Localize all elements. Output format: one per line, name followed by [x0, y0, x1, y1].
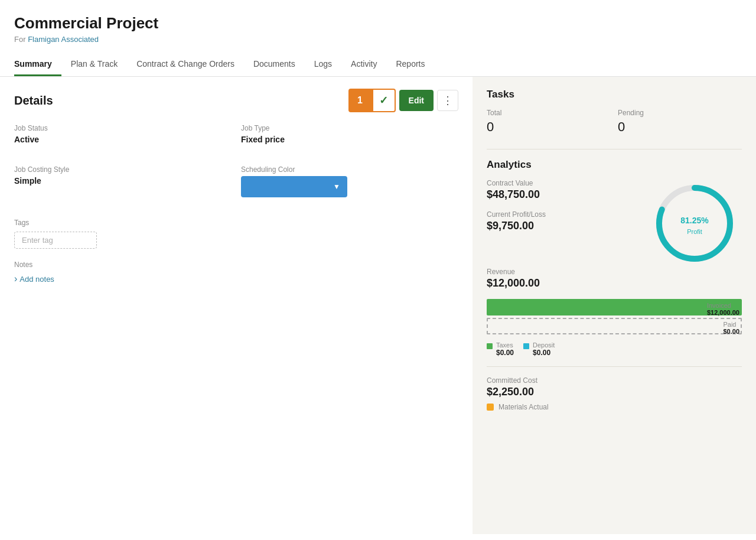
tasks-title: Tasks	[487, 89, 742, 100]
contract-value-label: Contract Value	[487, 179, 638, 187]
tab-activity[interactable]: Activity	[341, 53, 386, 76]
job-type-label: Job Type	[241, 124, 458, 132]
job-status-value: Active	[14, 135, 232, 144]
profit-loss-metric: Current Profit/Loss $9,750.00	[487, 210, 638, 232]
costing-fields-group: Job Costing Style Simple Scheduling Colo…	[14, 165, 458, 207]
revenue-bar-container: Invoiced $12,000.00 Paid $0.00	[487, 299, 742, 334]
tasks-pending-label: Pending	[618, 109, 742, 117]
donut-percent: 81.25%	[680, 212, 709, 227]
invoiced-value: $12,000.00	[707, 309, 739, 316]
add-notes-link[interactable]: Add notes	[14, 274, 458, 284]
details-title: Details	[14, 94, 53, 108]
details-header: Details 1 ✓ Edit ⋮	[14, 89, 458, 112]
profit-loss-label: Current Profit/Loss	[487, 210, 638, 219]
analytics-left: Contract Value $48,750.00 Current Profit…	[487, 179, 638, 242]
tasks-section: Tasks Total 0 Pending 0	[487, 89, 742, 135]
tab-logs[interactable]: Logs	[305, 53, 341, 76]
analytics-right: 81.25% Profit	[647, 179, 742, 268]
badge-number: 1	[348, 89, 372, 112]
deposit-value: $0.00	[533, 349, 555, 357]
job-status-field: Job Status Active	[14, 124, 232, 144]
tasks-grid: Total 0 Pending 0	[487, 109, 742, 135]
page-header: Commercial Project For Flamigan Associat…	[0, 0, 756, 77]
deposit-item: Deposit $0.00	[523, 341, 555, 357]
revenue-value: $12,000.00	[487, 277, 742, 289]
job-type-field: Job Type Fixed price	[241, 124, 458, 144]
revenue-label: Revenue	[487, 268, 742, 276]
invoiced-bar	[487, 299, 742, 315]
deposit-label: Deposit	[533, 341, 555, 349]
tab-plan-track[interactable]: Plan & Track	[61, 53, 127, 76]
materials-bar: Materials Actual	[487, 403, 742, 411]
deposit-info: Deposit $0.00	[533, 341, 555, 357]
tab-summary[interactable]: Summary	[14, 53, 61, 76]
left-panel: Details 1 ✓ Edit ⋮ Job Status Active Job…	[0, 77, 472, 534]
color-swatch	[248, 181, 319, 193]
deposit-dot	[523, 343, 529, 349]
tab-reports[interactable]: Reports	[386, 53, 434, 76]
tags-label: Tags	[14, 219, 458, 227]
main-content: Details 1 ✓ Edit ⋮ Job Status Active Job…	[0, 77, 756, 534]
divider-1	[487, 149, 742, 149]
scheduling-color-select[interactable]: ▼	[241, 176, 347, 197]
job-type-value: Fixed price	[241, 135, 458, 144]
job-status-label: Job Status	[14, 124, 232, 132]
project-subtitle: For Flamigan Associated	[14, 35, 742, 44]
edit-button[interactable]: Edit	[399, 90, 434, 111]
tasks-total-label: Total	[487, 109, 611, 117]
invoiced-text: Invoiced	[707, 302, 731, 309]
contract-value: $48,750.00	[487, 188, 638, 201]
scheduling-color-label: Scheduling Color	[241, 165, 458, 174]
company-link[interactable]: Flamigan Associated	[28, 35, 99, 44]
tab-nav: Summary Plan & Track Contract & Change O…	[14, 53, 742, 76]
paid-text: Paid	[723, 321, 736, 328]
tags-section: Tags Enter tag	[14, 219, 458, 249]
profit-loss-value: $9,750.00	[487, 220, 638, 232]
paid-value: $0.00	[723, 328, 739, 335]
invoiced-label-inline: Invoiced $12,000.00	[707, 302, 742, 316]
details-actions: 1 ✓ Edit ⋮	[348, 89, 458, 112]
taxes-info: Taxes $0.00	[496, 341, 514, 357]
committed-cost-section: Committed Cost $2,250.00 Materials Actua…	[487, 376, 742, 411]
divider-2	[487, 366, 742, 367]
revenue-metric: Revenue $12,000.00	[487, 268, 742, 289]
paid-label-inline: Paid $0.00	[723, 321, 742, 335]
tab-documents[interactable]: Documents	[244, 53, 305, 76]
analytics-section: Analytics Contract Value $48,750.00 Curr…	[487, 159, 742, 411]
job-costing-value: Simple	[14, 176, 232, 186]
more-button[interactable]: ⋮	[437, 90, 458, 111]
paid-bar	[487, 318, 742, 334]
tab-contract[interactable]: Contract & Change Orders	[127, 53, 244, 76]
taxes-item: Taxes $0.00	[487, 341, 514, 357]
tasks-pending-value: 0	[618, 119, 742, 135]
notes-section: Notes Add notes	[14, 261, 458, 284]
materials-dot	[487, 404, 494, 411]
analytics-content: Contract Value $48,750.00 Current Profit…	[487, 179, 742, 268]
tasks-pending: Pending 0	[618, 109, 742, 135]
tax-deposit-grid: Taxes $0.00 Deposit $0.00	[487, 341, 742, 357]
materials-label: Materials Actual	[498, 403, 549, 411]
tag-input[interactable]: Enter tag	[14, 232, 97, 249]
committed-cost-label: Committed Cost	[487, 376, 742, 385]
job-fields-group: Job Status Active Job Type Fixed price	[14, 124, 458, 154]
contract-value-metric: Contract Value $48,750.00	[487, 179, 638, 201]
donut-text: 81.25% Profit	[680, 212, 709, 235]
donut-chart: 81.25% Profit	[650, 179, 739, 268]
analytics-title: Analytics	[487, 159, 742, 171]
select-arrow-icon: ▼	[333, 183, 340, 191]
right-panel: Tasks Total 0 Pending 0 Analytics Contra…	[472, 77, 756, 534]
taxes-label: Taxes	[496, 341, 514, 349]
taxes-dot	[487, 343, 493, 349]
notes-label: Notes	[14, 261, 458, 269]
tasks-total-value: 0	[487, 119, 611, 135]
tasks-total: Total 0	[487, 109, 611, 135]
taxes-value: $0.00	[496, 349, 514, 357]
donut-label: Profit	[680, 228, 709, 235]
committed-cost-value: $2,250.00	[487, 386, 742, 398]
subtitle-for: For	[14, 35, 26, 44]
job-costing-field: Job Costing Style Simple	[14, 165, 232, 197]
scheduling-color-field: Scheduling Color ▼	[241, 165, 458, 197]
check-button[interactable]: ✓	[372, 89, 396, 112]
job-costing-label: Job Costing Style	[14, 165, 232, 174]
project-title: Commercial Project	[14, 14, 742, 32]
